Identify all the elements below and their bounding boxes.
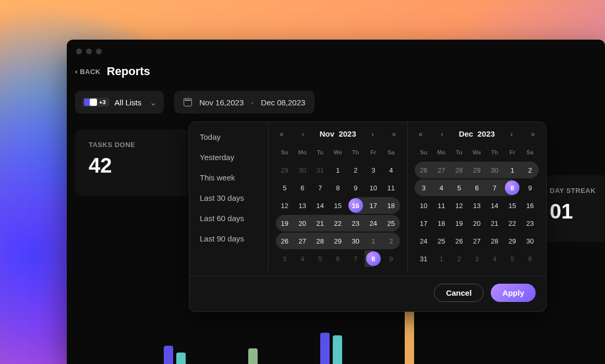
preset-yesterday[interactable]: Yesterday [200, 153, 268, 162]
calendar-day[interactable]: 8 [503, 179, 521, 196]
preset-today[interactable]: Today [200, 132, 268, 141]
calendar-day[interactable]: 29 [503, 233, 521, 249]
calendar-day[interactable]: 8 [365, 250, 382, 267]
calendar-day[interactable]: 24 [365, 215, 382, 232]
calendar-day[interactable]: 30 [486, 162, 503, 178]
calendar-day[interactable]: 29 [329, 233, 347, 249]
preset-last-60-days[interactable]: Last 60 days [200, 214, 268, 223]
calendar-day[interactable]: 26 [415, 162, 432, 178]
calendar-day[interactable]: 10 [415, 197, 432, 214]
lists-dropdown[interactable]: +3 All Lists ⌄ [75, 91, 164, 114]
calendar-day[interactable]: 20 [468, 215, 486, 232]
calendar-day[interactable]: 21 [486, 215, 503, 232]
calendar-day[interactable]: 3 [468, 250, 486, 267]
calendar-day[interactable]: 4 [486, 250, 503, 267]
calendar-day[interactable]: 27 [432, 162, 450, 178]
calendar-day[interactable]: 2 [450, 250, 468, 267]
calendar-day[interactable]: 7 [311, 179, 329, 196]
calendar-day[interactable]: 5 [503, 250, 521, 267]
calendar-day[interactable]: 9 [382, 250, 400, 267]
calendar-day[interactable]: 13 [468, 197, 486, 214]
calendar-day[interactable]: 23 [521, 215, 539, 232]
prev-month-icon[interactable]: ‹ [298, 130, 308, 138]
calendar-day[interactable]: 15 [329, 197, 347, 214]
minimize-dot[interactable] [86, 48, 92, 54]
calendar-day[interactable]: 3 [415, 179, 432, 196]
calendar-day[interactable]: 24 [415, 233, 432, 249]
calendar-day[interactable]: 9 [521, 179, 539, 196]
preset-last-90-days[interactable]: Last 90 days [200, 234, 268, 243]
calendar-day[interactable]: 5 [311, 250, 329, 267]
calendar-day[interactable]: 31 [415, 250, 432, 267]
prev-year-icon[interactable]: « [277, 130, 286, 138]
calendar-day[interactable]: 1 [329, 162, 347, 178]
calendar-day[interactable]: 7 [347, 250, 365, 267]
calendar-day[interactable]: 30 [347, 233, 365, 249]
calendar-day[interactable]: 14 [486, 197, 503, 214]
calendar-day[interactable]: 22 [503, 215, 521, 232]
calendar-day[interactable]: 21 [311, 215, 329, 232]
calendar-day[interactable]: 28 [311, 233, 329, 249]
calendar-day[interactable]: 16 [521, 197, 539, 214]
next-month-icon[interactable]: › [507, 130, 516, 138]
calendar-day[interactable]: 10 [365, 179, 382, 196]
back-button[interactable]: ‹ BACK [75, 68, 101, 76]
calendar-day[interactable]: 19 [450, 215, 468, 232]
calendar-day[interactable]: 13 [294, 197, 311, 214]
maximize-dot[interactable] [96, 48, 102, 54]
calendar-day[interactable]: 6 [521, 250, 539, 267]
next-month-icon[interactable]: › [368, 130, 378, 138]
calendar-day[interactable]: 26 [276, 233, 294, 249]
calendar-day[interactable]: 3 [365, 162, 382, 178]
calendar-day[interactable]: 25 [432, 233, 450, 249]
calendar-day[interactable]: 9 [347, 179, 365, 196]
cancel-button[interactable]: Cancel [434, 284, 483, 302]
calendar-day[interactable]: 31 [311, 162, 329, 178]
calendar-day[interactable]: 25 [382, 215, 400, 232]
calendar-day[interactable]: 26 [450, 233, 468, 249]
calendar-day[interactable]: 30 [521, 233, 539, 249]
calendar-day[interactable]: 23 [347, 215, 365, 232]
calendar-day[interactable]: 3 [276, 250, 294, 267]
calendar-day[interactable]: 20 [294, 215, 311, 232]
calendar-day[interactable]: 11 [432, 197, 450, 214]
date-range-selector[interactable]: Nov 16,2023 - Dec 08,2023 [174, 91, 314, 114]
calendar-day[interactable]: 17 [365, 197, 382, 214]
calendar-day[interactable]: 4 [294, 250, 311, 267]
calendar-day[interactable]: 17 [415, 215, 432, 232]
calendar-day[interactable]: 16 [347, 197, 365, 214]
calendar-day[interactable]: 2 [347, 162, 365, 178]
calendar-day[interactable]: 27 [294, 233, 311, 249]
calendar-day[interactable]: 2 [382, 233, 400, 249]
calendar-day[interactable]: 4 [432, 179, 450, 196]
calendar-day[interactable]: 11 [382, 179, 400, 196]
close-dot[interactable] [76, 48, 82, 54]
calendar-day[interactable]: 29 [468, 162, 486, 178]
calendar-day[interactable]: 8 [329, 179, 347, 196]
calendar-day[interactable]: 22 [329, 215, 347, 232]
calendar-day[interactable]: 14 [311, 197, 329, 214]
calendar-day[interactable]: 1 [503, 162, 521, 178]
calendar-day[interactable]: 6 [329, 250, 347, 267]
preset-this-week[interactable]: This week [200, 173, 268, 182]
calendar-day[interactable]: 12 [450, 197, 468, 214]
next-year-icon[interactable]: » [390, 130, 399, 138]
prev-year-icon[interactable]: « [416, 130, 426, 138]
calendar-day[interactable]: 6 [468, 179, 486, 196]
calendar-day[interactable]: 6 [294, 179, 311, 196]
calendar-day[interactable]: 19 [276, 215, 294, 232]
prev-month-icon[interactable]: ‹ [438, 130, 447, 138]
calendar-day[interactable]: 1 [432, 250, 450, 267]
calendar-day[interactable]: 2 [521, 162, 539, 178]
calendar-day[interactable]: 18 [382, 197, 400, 214]
calendar-day[interactable]: 28 [486, 233, 503, 249]
calendar-day[interactable]: 7 [486, 179, 503, 196]
calendar-day[interactable]: 18 [432, 215, 450, 232]
calendar-day[interactable]: 4 [382, 162, 400, 178]
calendar-day[interactable]: 1 [365, 233, 382, 249]
next-year-icon[interactable]: » [528, 130, 538, 138]
apply-button[interactable]: Apply [491, 284, 536, 302]
calendar-day[interactable]: 28 [450, 162, 468, 178]
preset-last-30-days[interactable]: Last 30 days [200, 193, 268, 202]
calendar-day[interactable]: 12 [276, 197, 294, 214]
